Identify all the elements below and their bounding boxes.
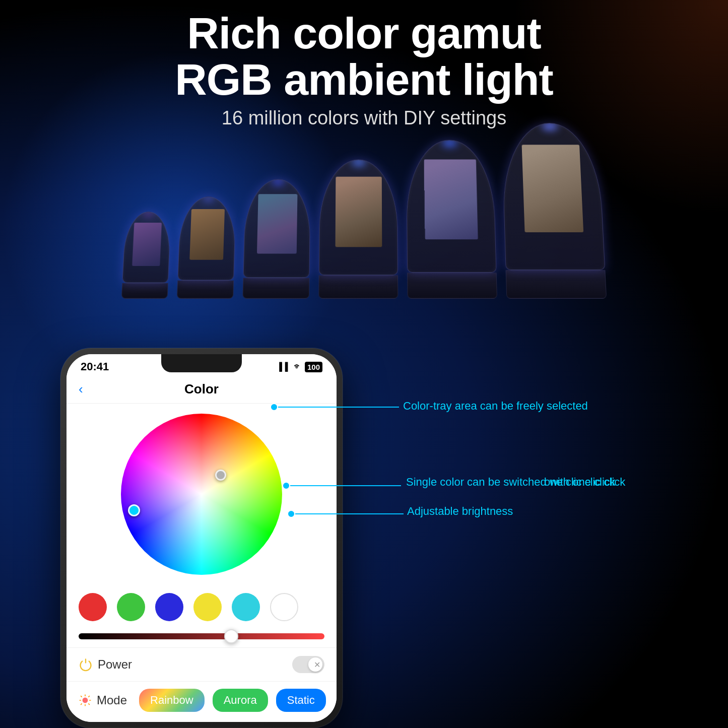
- swatch-red[interactable]: [79, 593, 107, 621]
- device-5: [406, 140, 497, 299]
- mode-rainbow-button[interactable]: Rainbow: [139, 689, 205, 712]
- device-dome-1: [122, 212, 171, 283]
- device-glow-1: [143, 212, 153, 216]
- device-screen-2: [189, 209, 225, 260]
- device-screen-3: [257, 194, 297, 253]
- mode-row: Mode Rainbow Aurora Static: [67, 681, 337, 722]
- devices-row: [34, 123, 694, 299]
- device-screen-1: [132, 223, 162, 266]
- device-3: [242, 179, 310, 299]
- svg-point-0: [83, 698, 88, 703]
- device-dome-2: [177, 196, 236, 280]
- brightness-thumb[interactable]: [224, 629, 238, 643]
- device-6: [501, 123, 607, 299]
- status-time: 20:41: [81, 360, 109, 373]
- status-icons: ▌▌ ᯤ 100: [279, 362, 322, 372]
- device-base-4: [318, 275, 398, 298]
- swatch-cyan[interactable]: [232, 593, 260, 621]
- swatch-blue[interactable]: [155, 593, 183, 621]
- phone-container: 20:41 ▌▌ ᯤ 100 ‹ Color: [60, 348, 343, 728]
- device-dome-4: [319, 159, 398, 275]
- device-1: [121, 212, 171, 299]
- device-glow-3: [272, 179, 284, 185]
- mode-icon: [79, 694, 92, 707]
- device-dome-5: [406, 140, 497, 273]
- device-screen-4: [335, 177, 382, 247]
- device-screen-5: [424, 160, 478, 240]
- color-wheel-inner: [121, 414, 282, 575]
- mode-label: Mode: [79, 693, 127, 707]
- device-base-5: [407, 273, 497, 298]
- device-4: [318, 159, 398, 298]
- device-base-2: [177, 281, 234, 299]
- mode-aurora-button[interactable]: Aurora: [213, 689, 268, 712]
- phone-inner: 20:41 ▌▌ ᯤ 100 ‹ Color: [67, 354, 337, 722]
- back-button[interactable]: ‹: [79, 381, 83, 397]
- color-wheel-cursor-2[interactable]: [128, 504, 140, 516]
- subtitle: 16 million colors with DIY settings: [0, 107, 728, 129]
- brightness-section: [67, 629, 337, 647]
- swatch-yellow[interactable]: [193, 593, 222, 621]
- swatch-white[interactable]: [270, 593, 298, 621]
- phone-app-header: ‹ Color: [67, 375, 337, 404]
- main-title: Rich color gamut RGB ambient light: [0, 10, 728, 103]
- power-label: Power: [79, 657, 132, 672]
- brightness-slider[interactable]: [79, 633, 324, 639]
- swatch-green[interactable]: [117, 593, 145, 621]
- device-base-6: [506, 270, 607, 299]
- device-2: [177, 196, 236, 299]
- app-title: Color: [184, 381, 219, 397]
- power-icon: [79, 657, 93, 672]
- device-glow-2: [203, 196, 214, 201]
- device-dome-6: [501, 123, 605, 270]
- phone-notch: [161, 354, 242, 372]
- device-base-1: [121, 283, 168, 299]
- phone-outer: 20:41 ▌▌ ᯤ 100 ‹ Color: [60, 348, 343, 728]
- device-glow-5: [442, 140, 457, 147]
- color-swatches: [67, 585, 337, 629]
- device-screen-6: [521, 145, 583, 232]
- color-wheel[interactable]: [121, 414, 282, 575]
- power-toggle[interactable]: ✕: [292, 656, 324, 673]
- device-glow-4: [352, 159, 366, 166]
- header-section: Rich color gamut RGB ambient light 16 mi…: [0, 10, 728, 129]
- device-dome-3: [243, 179, 310, 278]
- power-row: Power ✕: [67, 647, 337, 681]
- color-wheel-cursor-1[interactable]: [215, 470, 226, 481]
- device-base-3: [242, 278, 309, 298]
- mode-static-button[interactable]: Static: [276, 689, 326, 712]
- color-wheel-container: [67, 404, 337, 585]
